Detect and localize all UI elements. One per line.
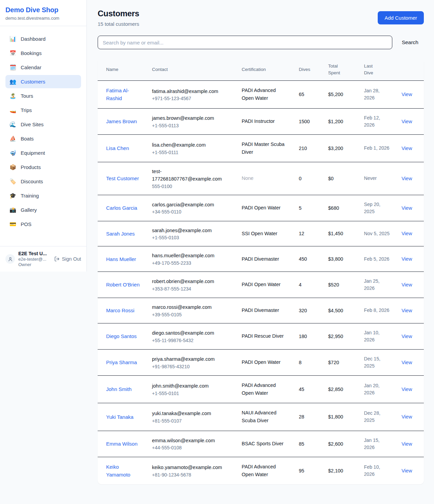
trips-icon: 🚤: [9, 107, 16, 113]
customer-name-link[interactable]: Marco Rossi: [106, 306, 134, 314]
sidebar-item-boats[interactable]: ⛵ Boats: [5, 132, 81, 145]
total-spent: $1,450: [328, 231, 343, 236]
products-icon: 📦: [9, 164, 16, 170]
table-row: Carlos Garcia carlos.garcia@example.com …: [98, 195, 424, 221]
customer-name-link[interactable]: John Smith: [106, 385, 132, 393]
certification: BSAC Sports Diver: [242, 440, 288, 448]
table-body: Fatima Al-Rashid fatima.alrashid@example…: [98, 81, 424, 484]
total-spent: $1,200: [328, 119, 343, 124]
brand-title[interactable]: Demo Dive Shop: [5, 6, 81, 14]
column-header-total-spent: Total Spent: [323, 58, 359, 81]
customer-email: yuki.tanaka@example.com: [152, 410, 231, 417]
sidebar-item-discounts[interactable]: 🏷️ Discounts: [5, 175, 81, 188]
view-link[interactable]: View: [401, 146, 412, 151]
certification: SSI Open Water: [242, 230, 288, 238]
dives-count: 210: [299, 146, 307, 151]
customer-phone: +81-90-1234-5678: [152, 472, 231, 478]
sidebar-item-dive-sites[interactable]: 🌊 Dive Sites: [5, 118, 81, 131]
customer-email: lisa.chen@example.com: [152, 142, 231, 149]
dives-count: 8: [299, 360, 301, 365]
table-row: Yuki Tanaka yuki.tanaka@example.com +81-…: [98, 403, 424, 431]
view-link[interactable]: View: [401, 387, 412, 392]
customer-name-link[interactable]: James Brown: [106, 117, 137, 125]
view-link[interactable]: View: [401, 360, 412, 365]
view-link[interactable]: View: [401, 119, 412, 124]
sign-out-label: Sign Out: [62, 256, 81, 262]
table-row: Marco Rossi marco.rossi@example.com +39-…: [98, 298, 424, 323]
view-link[interactable]: View: [401, 176, 412, 181]
sign-out-button[interactable]: Sign Out: [54, 256, 81, 262]
customer-name-link[interactable]: Sarah Jones: [106, 230, 135, 238]
dives-count: 12: [299, 231, 304, 236]
customers-icon: 👥: [9, 78, 16, 85]
customer-name-link[interactable]: Fatima Al-Rashid: [106, 87, 141, 102]
sidebar-item-calendar[interactable]: 🗓️ Calendar: [5, 61, 81, 74]
customer-name-link[interactable]: Emma Wilson: [106, 440, 138, 448]
view-link[interactable]: View: [401, 282, 412, 287]
customer-name-link[interactable]: Hans Mueller: [106, 255, 136, 263]
column-header-dives: Dives: [293, 58, 323, 81]
customer-name-link[interactable]: Keiko Yamamoto: [106, 463, 141, 479]
sidebar-item-bookings[interactable]: 📅 Bookings: [5, 46, 81, 60]
sidebar-item-pos[interactable]: 💳 POS: [5, 218, 81, 231]
view-link[interactable]: View: [401, 92, 412, 97]
sidebar-item-label: Trips: [21, 107, 32, 113]
page-title: Customers: [98, 9, 139, 18]
view-link[interactable]: View: [401, 256, 412, 262]
customer-phone: +971-55-123-4567: [152, 96, 231, 101]
customer-email: priya.sharma@example.com: [152, 356, 231, 363]
customer-name-link[interactable]: Yuki Tanaka: [106, 413, 134, 421]
search-button[interactable]: Search: [402, 39, 418, 45]
sidebar-item-gallery[interactable]: 📸 Gallery: [5, 203, 81, 217]
sidebar-item-label: Bookings: [21, 50, 42, 56]
view-link[interactable]: View: [401, 441, 412, 447]
table-row: Emma Wilson emma.wilson@example.com +44-…: [98, 431, 424, 457]
customer-phone: 555-0100: [152, 184, 231, 189]
sidebar-item-label: Calendar: [21, 64, 41, 70]
column-header-last-dive: Last Dive: [359, 58, 396, 81]
sidebar-item-dashboard[interactable]: 📊 Dashboard: [5, 32, 81, 45]
last-dive-date: Jan 25, 2026: [364, 278, 391, 292]
search-input[interactable]: [98, 36, 392, 49]
table-row: Fatima Al-Rashid fatima.alrashid@example…: [98, 81, 424, 109]
view-link[interactable]: View: [401, 308, 412, 313]
sidebar-item-trips[interactable]: 🚤 Trips: [5, 104, 81, 117]
customer-email: emma.wilson@example.com: [152, 437, 231, 445]
total-spent: $520: [328, 282, 339, 287]
customer-name-link[interactable]: Priya Sharma: [106, 358, 137, 366]
dashboard-icon: 📊: [9, 36, 16, 42]
sidebar-item-customers[interactable]: 👥 Customers: [5, 75, 81, 88]
user-role: Owner: [18, 262, 51, 267]
view-link[interactable]: View: [401, 414, 412, 419]
view-link[interactable]: View: [401, 334, 412, 339]
view-link[interactable]: View: [401, 231, 412, 236]
customer-name-link[interactable]: Diego Santos: [106, 332, 137, 340]
customer-phone: +49-170-555-2233: [152, 260, 231, 266]
customer-email: keiko.yamamoto@example.com: [152, 464, 231, 471]
certification: PADI Advanced Open Water: [242, 463, 288, 479]
customer-name-link[interactable]: Carlos Garcia: [106, 204, 137, 212]
customer-email: hans.mueller@example.com: [152, 252, 231, 260]
customer-phone: +34-555-0110: [152, 209, 231, 214]
customer-phone: +81-555-0107: [152, 418, 231, 424]
sidebar-item-training[interactable]: 🎓 Training: [5, 189, 81, 202]
sidebar-item-tours[interactable]: 🏝️ Tours: [5, 89, 81, 102]
customer-name-link[interactable]: Robert O'Brien: [106, 281, 140, 288]
sidebar-item-label: Gallery: [21, 207, 37, 213]
add-customer-button[interactable]: Add Customer: [378, 11, 424, 24]
certification: PADI Divemaster: [242, 306, 288, 314]
dives-count: 320: [299, 308, 307, 313]
view-link[interactable]: View: [401, 468, 412, 473]
dives-count: 450: [299, 256, 307, 262]
sidebar-item-products[interactable]: 📦 Products: [5, 161, 81, 174]
equipment-icon: 🤿: [9, 150, 16, 156]
column-header-certification: Certification: [236, 58, 293, 81]
customer-email: carlos.garcia@example.com: [152, 201, 231, 209]
certification: PADI Open Water: [242, 204, 288, 212]
customer-name-link[interactable]: Test Customer: [106, 174, 139, 182]
pos-icon: 💳: [9, 221, 16, 227]
sidebar-item-equipment[interactable]: 🤿 Equipment: [5, 146, 81, 160]
customer-name-link[interactable]: Lisa Chen: [106, 144, 129, 152]
total-spent: $680: [328, 205, 339, 211]
view-link[interactable]: View: [401, 205, 412, 211]
